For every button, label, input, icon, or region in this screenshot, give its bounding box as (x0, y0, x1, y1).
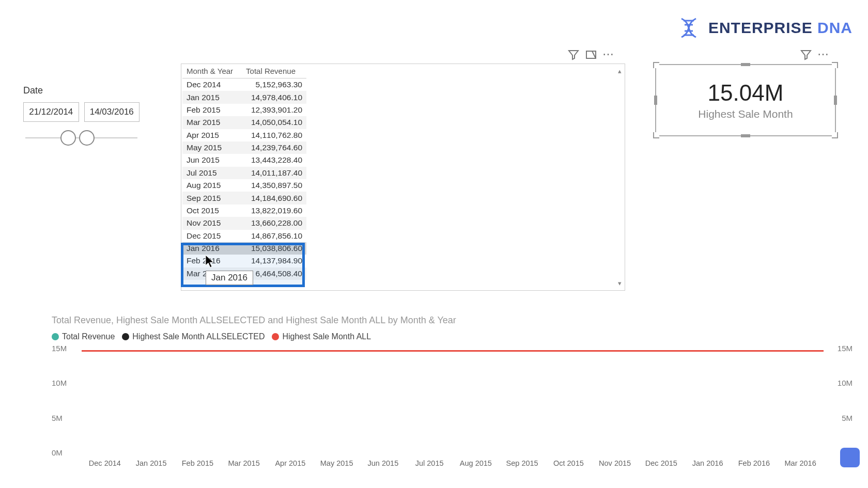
col-header-revenue[interactable]: Total Revenue (242, 64, 306, 78)
table-row[interactable]: Apr 201514,110,762.80 (182, 129, 306, 141)
table-row[interactable]: Jun 201513,443,228.40 (182, 154, 306, 166)
brand-suffix: DNA (817, 19, 853, 36)
legend-label: Highest Sale Month ALLSELECTED (132, 332, 265, 341)
legend-swatch (122, 333, 129, 340)
filter-icon[interactable] (800, 49, 812, 61)
slider-thumb-start[interactable] (60, 130, 76, 146)
date-slider[interactable] (25, 128, 137, 147)
cell-value: 14,110,762.80 (242, 129, 306, 141)
x-tick: Nov 2015 (592, 459, 638, 467)
cell-month: May 2015 (182, 141, 242, 154)
selection-handle[interactable] (653, 132, 659, 138)
selection-handle[interactable] (832, 62, 838, 68)
table-visual-header: ⋯ (567, 49, 615, 61)
table-row[interactable]: Feb 201614,137,984.90 (182, 255, 306, 267)
legend-label: Highest Sale Month ALL (282, 332, 371, 341)
x-tick: Dec 2015 (638, 459, 685, 467)
cell-month: Oct 2015 (182, 204, 242, 217)
y-tick: 10M (828, 379, 853, 387)
cell-month: Jan 2015 (182, 91, 242, 103)
cell-month: Sep 2015 (182, 192, 242, 204)
x-tick: Mar 2016 (777, 459, 824, 467)
y-axis-right: 0M5M10M15M (828, 349, 853, 453)
table-row[interactable]: Feb 201512,393,901.20 (182, 104, 306, 116)
combo-chart[interactable]: Total Revenue, Highest Sale Month ALLSEL… (52, 315, 853, 467)
table-row[interactable]: Aug 201514,350,897.50 (182, 179, 306, 192)
cell-month: Apr 2015 (182, 129, 242, 141)
col-header-month[interactable]: Month & Year (182, 64, 242, 78)
cell-value: 14,350,897.50 (242, 179, 306, 192)
table-row[interactable]: Dec 20145,152,963.30 (182, 78, 306, 91)
cell-value: 14,978,406.10 (242, 91, 306, 103)
y-tick: 15M (52, 344, 76, 353)
cell-month: Mar 2015 (182, 116, 242, 129)
selection-handle[interactable] (834, 96, 837, 105)
x-tick: Jul 2015 (406, 459, 453, 467)
legend-swatch (272, 333, 279, 340)
cell-month: Feb 2015 (182, 104, 242, 116)
selection-handle[interactable] (741, 63, 750, 66)
filter-icon[interactable] (567, 49, 580, 61)
kpi-label: Highest Sale Month (698, 108, 793, 120)
slider-thumb-end[interactable] (79, 130, 95, 146)
cell-month: Dec 2014 (182, 78, 242, 91)
x-tick: Aug 2015 (453, 459, 499, 467)
revenue-table: Month & Year Total Revenue Dec 20145,152… (182, 64, 306, 280)
y-tick: 15M (828, 344, 853, 353)
legend-item[interactable]: Highest Sale Month ALL (272, 332, 371, 341)
reference-line-all (82, 350, 824, 352)
x-tick: May 2015 (314, 459, 360, 467)
revenue-table-visual[interactable]: Month & Year Total Revenue Dec 20145,152… (181, 64, 625, 291)
y-tick: 5M (828, 414, 853, 422)
table-row[interactable]: Jan 201615,038,806.60 (182, 242, 306, 255)
card-visual-header: ⋯ (800, 49, 830, 61)
date-to-input[interactable]: 14/03/2016 (84, 102, 140, 122)
y-tick: 10M (52, 379, 76, 387)
cell-month: Jun 2015 (182, 154, 242, 166)
cell-value: 14,867,856.10 (242, 230, 306, 242)
table-row[interactable]: Sep 201514,184,690.60 (182, 192, 306, 204)
date-slicer: Date 21/12/2014 14/03/2016 (23, 85, 140, 147)
x-tick: Dec 2014 (82, 459, 128, 467)
subscribe-badge[interactable] (840, 448, 860, 467)
selection-handle[interactable] (654, 96, 657, 105)
cell-value: 14,050,054.10 (242, 116, 306, 129)
selection-handle[interactable] (653, 62, 659, 68)
x-tick: Jun 2015 (360, 459, 407, 467)
brand-text: ENTERPRISE DNA (708, 19, 853, 37)
dna-icon (676, 15, 701, 40)
cell-value: 5,152,963.30 (242, 78, 306, 91)
table-row[interactable]: Oct 201513,822,019.60 (182, 204, 306, 217)
chart-legend: Total RevenueHighest Sale Month ALLSELEC… (52, 332, 853, 341)
selection-handle[interactable] (832, 132, 838, 138)
scroll-down-icon[interactable]: ▾ (618, 279, 622, 287)
selection-handle[interactable] (741, 134, 750, 137)
x-axis: Dec 2014Jan 2015Feb 2015Mar 2015Apr 2015… (82, 459, 824, 467)
cell-value: 14,184,690.60 (242, 192, 306, 204)
cell-value: 14,137,984.90 (242, 255, 306, 267)
x-tick: Oct 2015 (546, 459, 592, 467)
scroll-up-icon[interactable]: ▴ (618, 67, 622, 75)
legend-label: Total Revenue (62, 332, 115, 341)
more-options-icon[interactable]: ⋯ (817, 49, 830, 61)
table-row[interactable]: Jan 201514,978,406.10 (182, 91, 306, 103)
legend-item[interactable]: Total Revenue (52, 332, 115, 341)
table-row[interactable]: May 201514,239,764.60 (182, 141, 306, 154)
chart-plot: 0M5M10M15M 0M5M10M15M Dec 2014Jan 2015Fe… (52, 349, 853, 467)
cell-value: 14,239,764.60 (242, 141, 306, 154)
cell-value: 14,011,187.40 (242, 167, 306, 179)
table-row[interactable]: Nov 201513,660,228.00 (182, 217, 306, 229)
x-tick: Sep 2015 (499, 459, 546, 467)
table-row[interactable]: Dec 201514,867,856.10 (182, 230, 306, 242)
x-tick: Jan 2015 (128, 459, 175, 467)
cell-value: 13,822,019.60 (242, 204, 306, 217)
x-tick: Mar 2015 (221, 459, 267, 467)
more-options-icon[interactable]: ⋯ (602, 49, 615, 61)
kpi-card-highest-sale[interactable]: 15.04M Highest Sale Month (655, 64, 836, 136)
focus-mode-icon[interactable] (585, 49, 597, 61)
table-row[interactable]: Jul 201514,011,187.40 (182, 167, 306, 179)
date-from-input[interactable]: 21/12/2014 (23, 102, 79, 122)
brand-logo: ENTERPRISE DNA (676, 15, 853, 40)
table-row[interactable]: Mar 201514,050,054.10 (182, 116, 306, 129)
legend-item[interactable]: Highest Sale Month ALLSELECTED (122, 332, 265, 341)
